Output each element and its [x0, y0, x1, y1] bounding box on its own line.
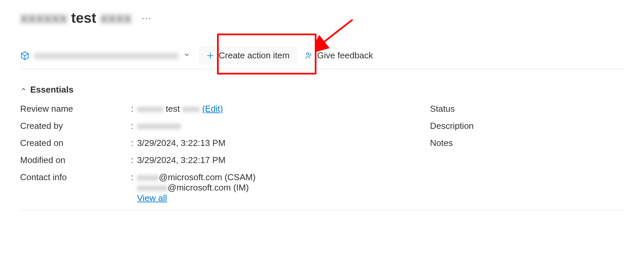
edit-review-name-link[interactable]: (Edit)	[202, 104, 223, 114]
create-action-item-button[interactable]: Create action item	[199, 46, 297, 65]
contact1-suffix: @microsoft.com (CSAM)	[159, 172, 256, 182]
contact2-suffix: @microsoft.com (IM)	[168, 183, 249, 193]
kv-notes: Notes	[430, 135, 624, 152]
kv-key: Status	[430, 104, 541, 114]
kv-value: xxxxx@microsoft.com (CSAM) xxxxxxx@micro…	[137, 172, 417, 203]
essentials-right-column: Status Description Notes	[430, 100, 624, 207]
view-all-contacts-link[interactable]: View all	[137, 193, 167, 203]
give-feedback-button[interactable]: Give feedback	[297, 46, 380, 65]
page-title-row: xxxxxx test xxxx ···	[20, 10, 624, 26]
kv-value: 3/29/2024, 3:22:17 PM	[137, 155, 417, 165]
kv-key: Created by	[20, 121, 131, 131]
kv-contact-info: Contact info : xxxxx@microsoft.com (CSAM…	[20, 169, 417, 207]
kv-created-on: Created on : 3/29/2024, 3:22:13 PM	[20, 135, 417, 152]
essentials-header-label: Essentials	[30, 85, 74, 95]
contact2-hidden: xxxxxxx	[137, 183, 168, 193]
kv-key: Contact info	[20, 172, 131, 183]
kv-status: Status	[430, 100, 624, 117]
created-by-hidden: xxxxxxxxxx	[137, 121, 181, 131]
command-bar: xxxxxxxxxxxxxxxxxxxxxxxxxxxxxxxxx Create…	[20, 46, 624, 69]
chevron-up-icon	[20, 85, 27, 95]
plus-icon	[206, 51, 215, 60]
title-hidden-prefix: xxxxxx	[20, 10, 67, 26]
kv-modified-on: Modified on : 3/29/2024, 3:22:17 PM	[20, 152, 417, 169]
title-hidden-suffix: xxxx	[100, 10, 131, 26]
review-name-hidden-prefix: xxxxxx	[137, 104, 163, 114]
kv-review-name: Review name : xxxxxx test xxxx (Edit)	[20, 100, 417, 117]
kv-value: xxxxxx test xxxx (Edit)	[137, 104, 417, 114]
kv-value: xxxxxxxxxx	[137, 121, 417, 131]
essentials-section: Essentials Review name : xxxxxx test xxx…	[20, 83, 624, 210]
essentials-toggle[interactable]: Essentials	[20, 83, 624, 100]
kv-key: Modified on	[20, 155, 131, 165]
kv-value: 3/29/2024, 3:22:13 PM	[137, 138, 417, 148]
review-name-visible: test	[166, 104, 180, 114]
resource-scope-dropdown[interactable]: xxxxxxxxxxxxxxxxxxxxxxxxxxxxxxxxx	[20, 48, 190, 63]
kv-key: Notes	[430, 138, 541, 148]
title-visible: test	[71, 10, 96, 26]
page-title: xxxxxx test xxxx	[20, 10, 132, 26]
kv-key: Description	[430, 121, 541, 131]
section-divider	[20, 210, 624, 210]
essentials-left-column: Review name : xxxxxx test xxxx (Edit) Cr…	[20, 100, 417, 207]
give-feedback-label: Give feedback	[317, 50, 373, 61]
svg-point-2	[306, 53, 309, 55]
resource-icon	[20, 51, 30, 60]
kv-created-by: Created by : xxxxxxxxxx	[20, 117, 417, 135]
review-name-hidden-suffix: xxxx	[182, 104, 200, 114]
resource-scope-label: xxxxxxxxxxxxxxxxxxxxxxxxxxxxxxxxx	[34, 50, 178, 61]
kv-key: Created on	[20, 138, 131, 148]
create-action-item-label: Create action item	[219, 50, 290, 61]
kv-description: Description	[430, 117, 624, 135]
chevron-down-icon	[183, 50, 190, 61]
contact1-hidden: xxxxx	[137, 172, 159, 183]
feedback-icon	[304, 51, 313, 60]
kv-key: Review name	[20, 104, 131, 114]
more-actions-button[interactable]: ···	[138, 13, 155, 23]
